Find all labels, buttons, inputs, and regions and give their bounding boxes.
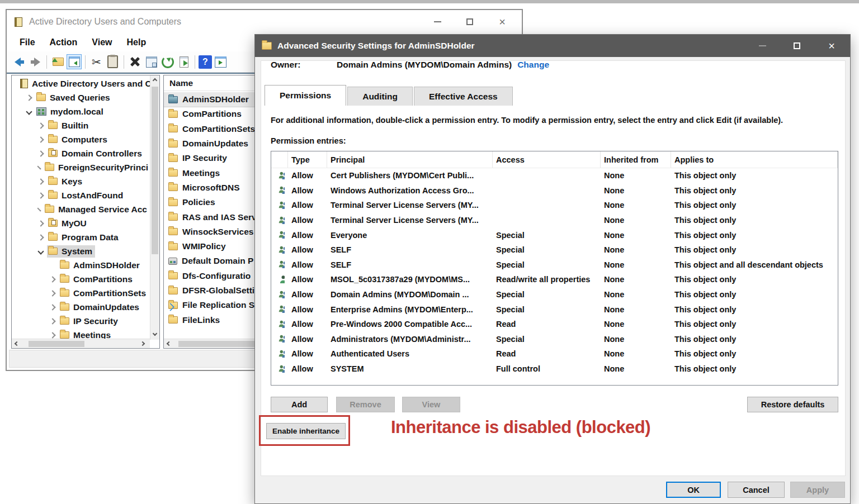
expand-icon[interactable] (49, 276, 55, 282)
column-header-inherited-from[interactable]: Inherited from (601, 151, 671, 168)
expand-icon[interactable] (37, 207, 41, 211)
dialog-close-button[interactable]: × (814, 35, 849, 57)
expand-icon[interactable] (37, 122, 44, 129)
add-button[interactable]: Add (271, 397, 328, 412)
tree-item-domain-controllers[interactable]: Domain Controllers (12, 146, 150, 160)
tree-item-saved-queries[interactable]: Saved Queries (12, 91, 150, 104)
new-window-icon[interactable] (213, 54, 228, 69)
enable-inheritance-button[interactable]: Enable inheritance (266, 423, 346, 439)
aduc-close-button[interactable]: × (486, 10, 518, 34)
restore-defaults-button[interactable]: Restore defaults (747, 397, 838, 412)
scroll-left-icon[interactable] (15, 341, 19, 346)
permission-entry-row[interactable]: AllowWindows Authorization Access Gro...… (271, 183, 838, 198)
permission-entry-row[interactable]: AllowSYSTEMFull controlNoneThis object o… (271, 362, 838, 377)
tree-item-compartitionsets[interactable]: ComPartitionSets (12, 286, 150, 300)
tree-item-keys[interactable]: Keys (12, 174, 150, 188)
permission-entry-row[interactable]: AllowDomain Admins (MYDOM\Domain ...Spec… (271, 287, 838, 302)
properties-icon[interactable] (144, 54, 159, 69)
scroll-up-icon[interactable] (153, 78, 157, 83)
cut-icon[interactable]: ✂ (89, 54, 104, 69)
tree-item-active-directory-users-and-c[interactable]: Active Directory Users and C (12, 77, 150, 91)
tab-permissions[interactable]: Permissions (265, 85, 346, 106)
tab-auditing[interactable]: Auditing (347, 87, 413, 106)
dialog-minimize-button[interactable] (745, 35, 780, 57)
menu-file[interactable]: File (13, 36, 41, 49)
permission-entry-row[interactable]: AllowAuthenticated UsersReadNoneThis obj… (271, 346, 838, 362)
menu-help[interactable]: Help (121, 36, 153, 49)
forward-icon[interactable] (28, 54, 43, 69)
up-one-level-icon[interactable] (50, 54, 65, 69)
apply-button[interactable]: Apply (790, 482, 845, 498)
console-tree-icon[interactable] (67, 54, 82, 69)
permission-entry-row[interactable]: AllowMSOL_5c0317387a29 (MYDOM\MS...Read/… (271, 272, 838, 287)
tree-item-builtin[interactable]: Builtin (12, 118, 150, 132)
expand-icon[interactable] (37, 220, 44, 226)
refresh-icon[interactable] (160, 54, 175, 69)
column-header-principal[interactable]: Principal (327, 151, 493, 168)
tree-item-system[interactable]: System (12, 244, 150, 258)
tree-item-foreignsecurityprinci[interactable]: ForeignSecurityPrinci (12, 160, 150, 174)
change-owner-link[interactable]: Change (517, 60, 549, 70)
expand-icon[interactable] (37, 150, 44, 156)
permission-entry-row[interactable]: AllowPre-Windows 2000 Compatible Acc...R… (271, 317, 838, 332)
permission-entry-row[interactable]: AllowAdministrators (MYDOM\Administr...S… (271, 332, 838, 347)
expand-icon[interactable] (49, 332, 55, 338)
tree-horizontal-scrollbar[interactable] (12, 339, 150, 348)
export-list-icon[interactable] (176, 54, 191, 69)
remove-button[interactable]: Remove (336, 397, 395, 412)
scroll-thumb[interactable] (152, 87, 158, 254)
ok-button[interactable]: OK (666, 482, 721, 498)
tree-item-lostandfound[interactable]: LostAndFound (12, 188, 150, 202)
tree-item-managed-service-acc[interactable]: Managed Service Acc (12, 202, 150, 216)
expand-icon[interactable] (49, 318, 55, 324)
expand-icon[interactable] (49, 290, 55, 296)
tree-item-meetings[interactable]: Meetings (12, 328, 150, 339)
tree-item-compartitions[interactable]: ComPartitions (12, 272, 150, 286)
permission-entry-row[interactable]: AllowSELFSpecialNoneThis object and all … (271, 258, 838, 273)
tree-item-program-data[interactable]: Program Data (12, 230, 150, 244)
cancel-button[interactable]: Cancel (728, 482, 785, 498)
view-button[interactable]: View (402, 397, 460, 412)
tree-item-ip-security[interactable]: IP Security (12, 314, 150, 328)
tree-item-adminsdholder[interactable]: AdminSDHolder (12, 258, 150, 272)
tree-item-domainupdates[interactable]: DomainUpdates (12, 300, 150, 314)
tree-vertical-scrollbar[interactable] (150, 75, 159, 340)
permission-entry-row[interactable]: AllowTerminal Server License Servers (MY… (271, 198, 838, 213)
scroll-thumb[interactable] (29, 341, 84, 347)
expand-icon[interactable] (26, 94, 32, 101)
cell-principal: Pre-Windows 2000 Compatible Acc... (327, 320, 493, 329)
menu-action[interactable]: Action (44, 36, 84, 49)
tree-item-myou[interactable]: MyOU (12, 216, 150, 230)
paste-icon[interactable] (105, 54, 120, 69)
column-header-type[interactable]: Type (288, 151, 327, 168)
group-icon (271, 364, 288, 374)
permission-entry-row[interactable]: AllowCert Publishers (MYDOM\Cert Publi..… (271, 168, 838, 183)
expand-icon[interactable] (37, 192, 44, 198)
scroll-left-icon[interactable] (167, 341, 171, 346)
scroll-right-icon[interactable] (140, 341, 145, 346)
expand-icon[interactable] (37, 234, 44, 240)
menu-view[interactable]: View (86, 36, 118, 49)
scroll-down-icon[interactable] (153, 331, 157, 336)
expand-icon[interactable] (37, 165, 41, 169)
collapse-icon[interactable] (37, 248, 44, 254)
aduc-minimize-button[interactable] (421, 10, 454, 34)
collapse-icon[interactable] (26, 108, 32, 115)
dialog-maximize-button[interactable] (780, 35, 814, 57)
aduc-maximize-button[interactable] (454, 10, 486, 34)
column-header-applies-to[interactable]: Applies to (671, 151, 838, 168)
expand-icon[interactable] (37, 178, 44, 184)
permission-entry-row[interactable]: AllowEnterprise Admins (MYDOM\Enterp...S… (271, 302, 838, 317)
expand-icon[interactable] (49, 304, 55, 310)
tree-item-mydom-local[interactable]: mydom.local (12, 104, 150, 118)
expand-icon[interactable] (37, 136, 44, 142)
help-icon[interactable]: ? (199, 55, 212, 69)
permission-entry-row[interactable]: AllowSELFSpecialNoneThis object only (271, 243, 838, 258)
tree-item-computers[interactable]: Computers (12, 132, 150, 146)
column-header-access[interactable]: Access (493, 151, 601, 168)
back-icon[interactable] (12, 54, 27, 69)
permission-entry-row[interactable]: AllowTerminal Server License Servers (MY… (271, 213, 838, 228)
permission-entry-row[interactable]: AllowEveryoneSpecialNoneThis object only (271, 227, 838, 243)
tab-effective-access[interactable]: Effective Access (414, 87, 513, 106)
delete-icon[interactable] (128, 54, 143, 69)
